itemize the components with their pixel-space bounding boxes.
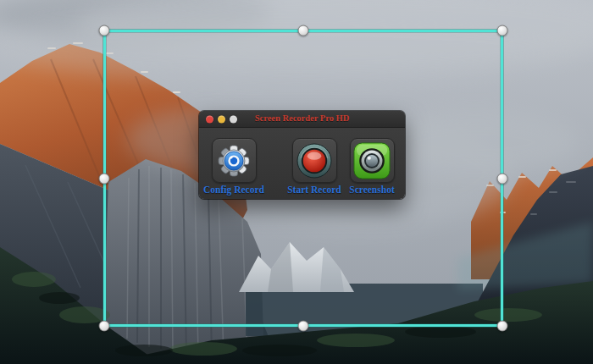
window-titlebar[interactable]: Screen Recorder Pro HD (199, 111, 405, 128)
selection-handle-bottom-right[interactable] (497, 321, 508, 332)
tool-config-record: Config Record (196, 138, 272, 195)
tool-screenshot: Screenshot (334, 138, 410, 195)
gear-icon (217, 144, 251, 178)
selection-handle-bottom-center[interactable] (298, 321, 309, 332)
start-record-button[interactable] (292, 138, 337, 183)
screen-recorder-window: Screen Recorder Pro HD (199, 111, 405, 199)
desktop-screen: Screen Recorder Pro HD (0, 0, 593, 364)
selection-handle-middle-left[interactable] (99, 173, 110, 184)
window-content: Config Record (199, 128, 405, 199)
selection-handle-middle-right[interactable] (497, 173, 508, 184)
screenshot-button[interactable] (350, 138, 395, 183)
selection-handle-top-right[interactable] (497, 25, 508, 36)
selection-handle-top-left[interactable] (99, 25, 110, 36)
record-button-icon (296, 143, 332, 179)
selection-handle-top-center[interactable] (298, 25, 309, 36)
camera-icon (353, 142, 391, 179)
config-record-label: Config Record (203, 185, 264, 195)
config-record-button[interactable] (212, 138, 257, 183)
window-title: Screen Recorder Pro HD (199, 113, 405, 123)
screenshot-label: Screenshot (349, 185, 394, 195)
selection-handle-bottom-left[interactable] (99, 321, 110, 332)
